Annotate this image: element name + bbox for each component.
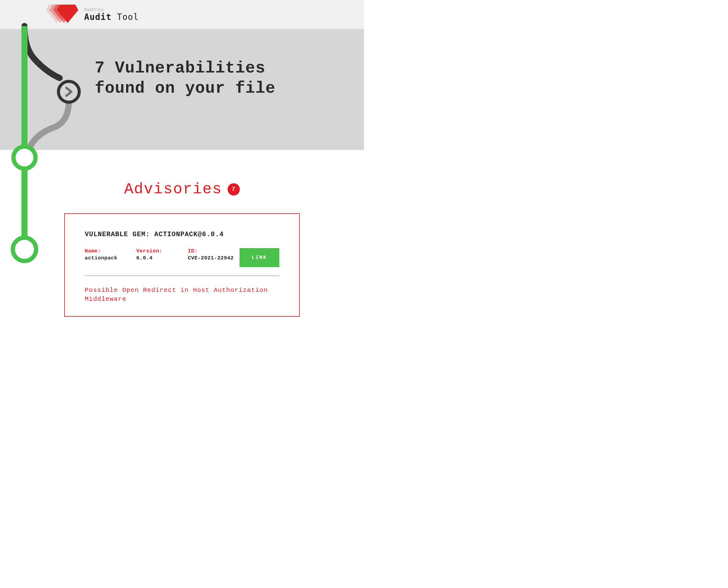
ruby-gem-icon [46, 5, 80, 24]
advisory-card: VULNERABLE GEM: ACTIONPACK@6.0.4 Name: a… [64, 213, 300, 317]
meta-id-value: CVE-2021-22942 [188, 255, 236, 261]
brand-tagline: FastRuby [84, 7, 139, 12]
meta-id-label: ID: [188, 248, 236, 254]
header: FastRuby Audit Tool [0, 0, 364, 29]
svg-marker-3 [57, 5, 78, 23]
advisory-description: Possible Open Redirect in Host Authoriza… [85, 286, 279, 304]
meta-version-value: 6.0.4 [136, 255, 185, 261]
meta-name: Name: actionpack [85, 248, 133, 261]
meta-version-label: Version: [136, 248, 185, 254]
advisory-link-button[interactable]: LINK [239, 248, 279, 267]
logo-text: FastRuby Audit Tool [84, 7, 139, 22]
hero-heading: 7 Vulnerabilities found on your file [95, 58, 276, 99]
hero: 7 Vulnerabilities found on your file [0, 29, 364, 150]
logo[interactable]: FastRuby Audit Tool [46, 5, 139, 24]
advisory-card-title: VULNERABLE GEM: ACTIONPACK@6.0.4 [85, 231, 279, 238]
meta-name-label: Name: [85, 248, 133, 254]
advisories-heading: Advisories 7 [124, 181, 240, 198]
advisories-count-badge: 7 [228, 183, 240, 195]
meta-version: Version: 6.0.4 [136, 248, 185, 261]
brand-name: Audit Tool [84, 12, 139, 22]
meta-name-value: actionpack [85, 255, 133, 261]
advisories-section: Advisories 7 VULNERABLE GEM: ACTIONPACK@… [0, 150, 364, 317]
advisory-meta-row: Name: actionpack Version: 6.0.4 ID: CVE-… [85, 248, 279, 276]
meta-id: ID: CVE-2021-22942 [188, 248, 236, 261]
svg-point-5 [59, 81, 79, 102]
advisories-title-text: Advisories [124, 181, 222, 198]
